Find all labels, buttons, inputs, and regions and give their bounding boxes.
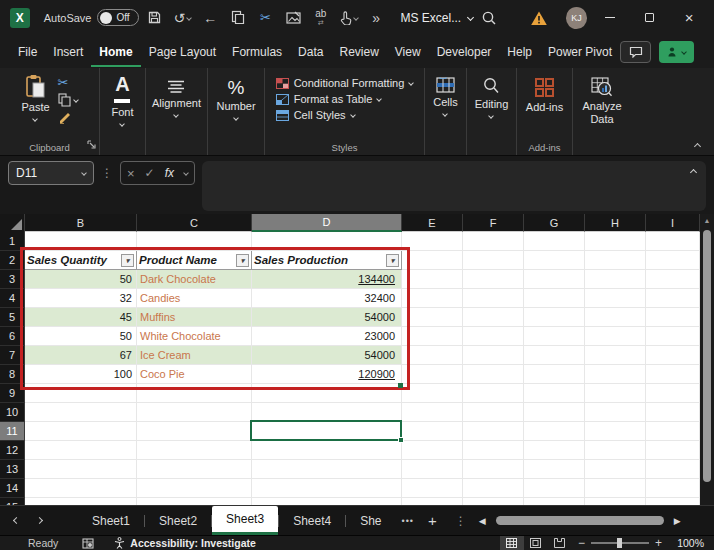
cell-E13[interactable] [402, 460, 463, 479]
cell-E5[interactable] [402, 308, 463, 327]
cell-E6[interactable] [402, 327, 463, 346]
more-sheets-button[interactable]: ••• [396, 516, 420, 526]
row-header-5[interactable]: 5 [0, 308, 25, 327]
cell-D5[interactable]: 54000 [252, 308, 402, 327]
cell-H14[interactable] [585, 479, 646, 498]
cell-I8[interactable] [646, 365, 700, 384]
cell-G8[interactable] [524, 365, 585, 384]
row-header-14[interactable]: 14 [0, 479, 25, 498]
menu-view[interactable]: View [387, 37, 429, 67]
confirm-entry-icon[interactable]: ✓ [145, 166, 155, 180]
cell-E1[interactable] [402, 232, 463, 251]
touch-mode-dropdown-icon[interactable] [353, 15, 359, 21]
maximize-button[interactable] [633, 0, 667, 35]
cell-H10[interactable] [585, 403, 646, 422]
filter-button-product-name[interactable]: ▾ [236, 254, 249, 267]
page-layout-view-button[interactable] [524, 536, 548, 550]
cell-D6[interactable]: 23000 [252, 327, 402, 346]
select-all-corner[interactable] [0, 214, 25, 232]
cell-I15[interactable] [646, 498, 700, 505]
vertical-scrollbar[interactable]: ▲ [700, 214, 714, 505]
menu-home[interactable]: Home [91, 37, 140, 67]
filter-button-sales-quantity[interactable]: ▾ [121, 254, 134, 267]
cell-C11[interactable] [137, 422, 252, 441]
row-header-7[interactable]: 7 [0, 346, 25, 365]
cell-B12[interactable] [25, 441, 137, 460]
cell-E12[interactable] [402, 441, 463, 460]
expand-formula-bar-icon[interactable] [690, 169, 697, 176]
horizontal-scrollbar-thumb[interactable] [496, 516, 664, 525]
cell-H11[interactable] [585, 422, 646, 441]
cell-G10[interactable] [524, 403, 585, 422]
cell-B3[interactable]: 50 [25, 270, 137, 289]
normal-view-button[interactable] [500, 536, 524, 550]
cell-B5[interactable]: 45 [25, 308, 137, 327]
next-sheet-icon[interactable] [36, 517, 43, 524]
cell-G12[interactable] [524, 441, 585, 460]
cell-G15[interactable] [524, 498, 585, 505]
cell-B6[interactable]: 50 [25, 327, 137, 346]
cell-D7[interactable]: 54000 [252, 346, 402, 365]
row-header-13[interactable]: 13 [0, 460, 25, 479]
cell-C12[interactable] [137, 441, 252, 460]
col-header-I[interactable]: I [646, 214, 700, 232]
row-header-15[interactable]: 15 [0, 498, 25, 505]
cell-I13[interactable] [646, 460, 700, 479]
cell-G3[interactable] [524, 270, 585, 289]
copy-dropdown-icon[interactable] [73, 97, 79, 103]
row-header-12[interactable]: 12 [0, 441, 25, 460]
cell-D14[interactable] [252, 479, 402, 498]
save-icon[interactable] [142, 5, 167, 31]
cut-icon[interactable]: ✂ [253, 5, 278, 31]
menu-developer[interactable]: Developer [429, 37, 500, 67]
cell-F14[interactable] [463, 479, 524, 498]
font-dropdown-icon[interactable] [120, 121, 126, 127]
cell-B14[interactable] [25, 479, 137, 498]
spelling-icon[interactable]: ab⇄ [308, 5, 333, 31]
format-painter-button[interactable] [58, 111, 72, 124]
cell-C3[interactable]: Dark Chocolate [137, 270, 252, 289]
cell-I6[interactable] [646, 327, 700, 346]
row-header-8[interactable]: 8 [0, 365, 25, 384]
row-header-6[interactable]: 6 [0, 327, 25, 346]
share-button[interactable] [659, 41, 694, 63]
name-box[interactable]: D11 [8, 161, 94, 185]
conditional-formatting-dropdown-icon[interactable] [408, 80, 414, 86]
cell-H7[interactable] [585, 346, 646, 365]
cut-button[interactable]: ✂ [58, 76, 69, 89]
menu-power-pivot[interactable]: Power Pivot [540, 37, 620, 67]
menu-file[interactable]: File [10, 37, 45, 67]
cell-I12[interactable] [646, 441, 700, 460]
font-button[interactable]: A Font [111, 74, 133, 126]
new-sheet-button[interactable]: + [420, 512, 445, 529]
cell-C5[interactable]: Muffins [137, 308, 252, 327]
cell-D13[interactable] [252, 460, 402, 479]
menu-review[interactable]: Review [331, 37, 386, 67]
cell-H6[interactable] [585, 327, 646, 346]
cell-styles-dropdown-icon[interactable] [350, 112, 356, 118]
cell-C1[interactable] [137, 232, 252, 251]
cell-F2[interactable] [463, 251, 524, 270]
menu-page-layout[interactable]: Page Layout [141, 37, 224, 67]
cell-C4[interactable]: Candies [137, 289, 252, 308]
cell-F7[interactable] [463, 346, 524, 365]
avatar[interactable]: KJ [566, 7, 588, 29]
accessibility-status[interactable]: Accessibility: Investigate [114, 537, 255, 549]
cell-G1[interactable] [524, 232, 585, 251]
cells-button[interactable]: Cells [433, 74, 457, 116]
cell-G6[interactable] [524, 327, 585, 346]
cell-H9[interactable] [585, 384, 646, 403]
cell-B4[interactable]: 32 [25, 289, 137, 308]
cell-F8[interactable] [463, 365, 524, 384]
cell-G14[interactable] [524, 479, 585, 498]
cell-E8[interactable] [402, 365, 463, 384]
qat-overflow-icon[interactable]: » [364, 5, 389, 31]
cell-H2[interactable] [585, 251, 646, 270]
paste-button[interactable]: Paste [21, 74, 49, 121]
cell-G9[interactable] [524, 384, 585, 403]
editing-button[interactable]: Editing [475, 74, 509, 118]
cell-F10[interactable] [463, 403, 524, 422]
cell-I2[interactable] [646, 251, 700, 270]
col-header-F[interactable]: F [463, 214, 524, 232]
cancel-entry-icon[interactable]: × [127, 166, 135, 181]
